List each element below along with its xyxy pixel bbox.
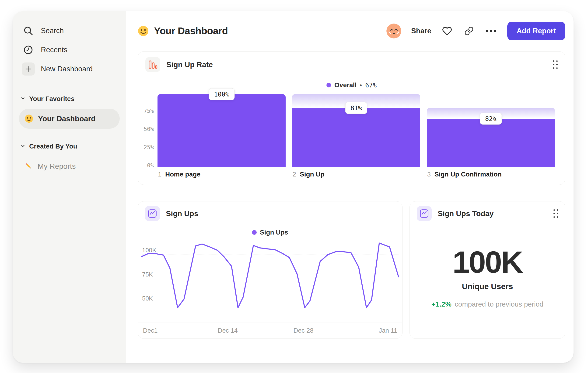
- drag-handle-icon[interactable]: [554, 209, 558, 218]
- sign-ups-line-series: [142, 243, 399, 308]
- pencil-icon: [24, 162, 33, 171]
- funnel-step-tooltip: 81%: [345, 102, 367, 114]
- funnel-step-label: 1Home page: [158, 171, 286, 179]
- big-number-value: 100K: [452, 247, 522, 278]
- funnel-step-tooltip: 100%: [209, 88, 234, 100]
- sign-ups-card-header: Sign Ups: [138, 202, 402, 226]
- card-title: Sign Ups Today: [438, 209, 494, 218]
- legend-value: 67%: [365, 81, 377, 89]
- sidebar-section-favorites: Your Favorites Your Dashboard: [19, 94, 120, 129]
- app-window: Search Recents New Dashboard: [13, 11, 574, 363]
- bottom-row: Sign Ups Sign Ups 100K75K50K Dec1Dec 14D…: [138, 201, 565, 339]
- line-chart-icon: [145, 206, 160, 221]
- line-chart-plot: 100K75K50K: [142, 239, 399, 322]
- line-chart-x-tick: Dec 28: [294, 327, 314, 334]
- funnel-step[interactable]: 82%3Sign Up Confirmation: [427, 94, 555, 185]
- sidebar-item-label: My Reports: [38, 162, 76, 171]
- sidebar: Search Recents New Dashboard: [13, 11, 126, 363]
- funnel-step-label: 2Sign Up: [293, 171, 420, 179]
- sign-ups-card: Sign Ups Sign Ups 100K75K50K Dec1Dec 14D…: [138, 201, 402, 339]
- legend-dot-icon: [326, 83, 331, 87]
- line-chart-x-tick: Jan 11: [379, 327, 397, 334]
- sidebar-item-recents[interactable]: Recents: [19, 42, 120, 57]
- section-title: Created By You: [29, 143, 77, 150]
- favorite-heart-icon[interactable]: [441, 25, 453, 37]
- line-chart-x-tick: Dec 14: [218, 327, 238, 334]
- smiley-face-icon: [24, 114, 33, 123]
- sidebar-item-label: Your Dashboard: [38, 114, 96, 123]
- delta-row: +1.2% compared to previous period: [431, 300, 543, 308]
- card-title: Sign Ups: [166, 209, 198, 218]
- delta-value: +1.2%: [431, 300, 452, 308]
- page-title: Your Dashboard: [154, 25, 228, 37]
- sign-ups-today-card-header: Sign Ups Today: [410, 202, 565, 226]
- sign-ups-today-card: Sign Ups Today 100K Unique Users +1.2% c…: [410, 201, 565, 339]
- line-legend: Sign Ups: [138, 226, 402, 239]
- funnel-legend: Overall • 67%: [138, 78, 565, 92]
- legend-separator: •: [360, 81, 362, 89]
- legend-dot-icon: [252, 230, 257, 235]
- funnel-step-tooltip: 82%: [480, 113, 502, 124]
- line-chart-icon: [417, 206, 432, 221]
- line-chart-x-labels: Dec1Dec 14Dec 28Jan 11: [142, 323, 399, 339]
- funnel-y-tick: 0%: [147, 162, 154, 169]
- funnel-step[interactable]: 81%2Sign Up: [292, 94, 420, 185]
- share-button[interactable]: Share: [411, 27, 431, 35]
- funnel-y-tick: 50%: [144, 126, 154, 132]
- section-title: Your Favorites: [29, 95, 74, 102]
- sidebar-item-search[interactable]: Search: [19, 23, 120, 38]
- chevron-down-icon: [20, 96, 25, 102]
- funnel-step[interactable]: 100%1Home page: [158, 94, 286, 185]
- sidebar-item-label: New Dashboard: [41, 65, 93, 73]
- sidebar-item-my-reports[interactable]: My Reports: [19, 156, 120, 176]
- card-title: Sign Up Rate: [166, 60, 213, 69]
- delta-note: compared to previous period: [455, 300, 543, 308]
- created-by-you-section-header[interactable]: Created By You: [19, 142, 120, 151]
- sign-ups-today-body: 100K Unique Users +1.2% compared to prev…: [410, 226, 565, 339]
- clock-icon: [22, 43, 35, 56]
- favorites-section-header[interactable]: Your Favorites: [19, 94, 120, 103]
- bar-chart-icon: [145, 57, 160, 72]
- sign-up-rate-card-header: Sign Up Rate: [138, 51, 565, 78]
- search-icon: [22, 24, 35, 37]
- header-actions: Share Add Report: [386, 22, 565, 40]
- chevron-down-icon: [20, 143, 25, 150]
- big-number-label: Unique Users: [462, 282, 513, 291]
- funnel-chart: 75%50%25%0% 100%1Home page81%2Sign Up82%…: [138, 92, 565, 185]
- avatar[interactable]: [386, 24, 401, 39]
- page-header: Your Dashboard Share: [138, 21, 565, 40]
- legend-label: Sign Ups: [260, 229, 288, 236]
- main-content: Your Dashboard Share: [126, 11, 574, 363]
- sidebar-item-your-dashboard[interactable]: Your Dashboard: [19, 109, 120, 129]
- line-chart-x-tick: Dec1: [143, 327, 158, 334]
- funnel-y-axis: 75%50%25%0%: [138, 94, 158, 167]
- more-options-icon[interactable]: [485, 25, 497, 37]
- sidebar-item-label: Search: [41, 27, 64, 35]
- legend-label: Overall: [334, 81, 357, 89]
- sidebar-item-label: Recents: [41, 46, 67, 54]
- funnel-bars: 100%1Home page81%2Sign Up82%3Sign Up Con…: [158, 94, 555, 185]
- copy-link-icon[interactable]: [463, 25, 475, 37]
- smiley-face-icon: [138, 25, 149, 37]
- plus-icon: [22, 62, 35, 76]
- drag-handle-icon[interactable]: [553, 60, 558, 69]
- sign-up-rate-card: Sign Up Rate Overall • 67% 75%50%25%0% 1…: [138, 51, 565, 185]
- funnel-y-tick: 25%: [144, 144, 154, 151]
- sidebar-section-created-by-you: Created By You My Reports: [19, 142, 120, 176]
- funnel-y-tick: 75%: [144, 108, 154, 114]
- funnel-step-label: 3Sign Up Confirmation: [427, 171, 555, 179]
- add-report-button[interactable]: Add Report: [507, 22, 565, 40]
- sidebar-item-new-dashboard[interactable]: New Dashboard: [19, 61, 120, 76]
